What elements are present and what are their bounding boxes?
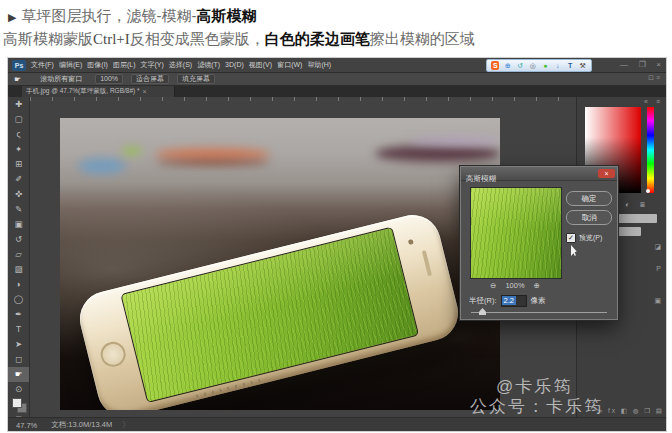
- status-zoom-level[interactable]: 47.7%: [16, 421, 37, 430]
- move-tool[interactable]: ✚: [8, 97, 29, 112]
- hand-tool[interactable]: ☛: [8, 367, 29, 382]
- tool-options-bar: ☛ 滚动所有窗口 100% 适合屏幕 填充屏幕 ⊡ ≡: [8, 73, 666, 86]
- radius-input[interactable]: 2.2: [501, 295, 527, 307]
- fill-screen-button[interactable]: 填充屏幕: [177, 74, 215, 84]
- menu-edit[interactable]: 编辑(E): [59, 58, 82, 72]
- foreground-color-swatch[interactable]: [12, 398, 22, 408]
- tutorial-line-2: 高斯模糊蒙版Ctrl+I反相变成黑色蒙版，白色的柔边画笔擦出模糊的区域: [3, 29, 475, 49]
- overlay-wechat-icon[interactable]: ●: [541, 61, 549, 70]
- photoshop-window: Ps 文件(F) 编辑(E) 图像(I) 图层(L) 文字(Y) 选择(S) 滤…: [8, 58, 666, 431]
- workspace-icons[interactable]: ⊡ ≡: [648, 74, 660, 82]
- menu-filter[interactable]: 滤镜(T): [197, 58, 220, 72]
- hue-slider[interactable]: [647, 107, 654, 193]
- menu-3d[interactable]: 3D(D): [225, 58, 244, 72]
- quick-select-tool[interactable]: ✦: [8, 142, 29, 157]
- preview-label: 预览(P): [579, 233, 602, 243]
- radius-value-selected: 2.2: [502, 296, 516, 305]
- status-bar: 47.7% 文档:13.0M/13.4M 〉: [8, 417, 666, 431]
- path-select-tool[interactable]: ➤: [8, 337, 29, 352]
- ruler: [30, 97, 576, 101]
- gaussian-blur-dialog[interactable]: 高斯模糊 × 确定 取消 ✓ 预览(P) ⊖ 100% ⊕ 半径(R): 2.2…: [460, 166, 618, 320]
- radius-slider-handle[interactable]: [479, 308, 486, 315]
- blur-tool[interactable]: ◗: [8, 277, 29, 292]
- zoom-100-button[interactable]: 100%: [95, 74, 123, 84]
- overlay-undo-icon[interactable]: ↺: [516, 61, 524, 70]
- zoom-in-icon[interactable]: ⊕: [534, 281, 540, 290]
- overlay-download-icon[interactable]: ↓: [554, 61, 562, 70]
- tools-panel: ✚ ▢ ς ✦ ⊞ ✐ ✜ ✎ ▣ ↺ ▱ ▨ ◗ ◯ ✒ T ➤ ◻ ☛ ⊙ …: [8, 97, 30, 417]
- tutorial-page: ▶草坪图层执行，滤镜-模糊-高斯模糊 高斯模糊蒙版Ctrl+I反相变成黑色蒙版，…: [0, 0, 672, 433]
- tutorial-line2-shortcut: Ctrl+I: [93, 31, 130, 47]
- bokeh-green: [122, 146, 142, 156]
- overlay-crosshair-icon[interactable]: ⊕: [504, 61, 512, 70]
- menu-view[interactable]: 视图(V): [249, 58, 272, 72]
- menu-help[interactable]: 帮助(H): [307, 58, 331, 72]
- panel-collapse-icons[interactable]: « ≡: [644, 98, 663, 105]
- zoom-out-icon[interactable]: ⊖: [490, 281, 496, 290]
- type-tool[interactable]: T: [8, 322, 29, 337]
- restore-button[interactable]: ❐: [639, 58, 646, 71]
- clone-stamp-tool[interactable]: ▣: [8, 217, 29, 232]
- marquee-tool[interactable]: ▢: [8, 112, 29, 127]
- properties-icon[interactable]: P: [656, 265, 661, 272]
- preview-zoom-controls: ⊖ 100% ⊕: [470, 281, 560, 290]
- dialog-close-button[interactable]: ×: [598, 169, 615, 178]
- blur-preview-image[interactable]: [470, 187, 562, 279]
- radius-unit: 像素: [531, 296, 546, 306]
- eyedropper-tool[interactable]: ✐: [8, 172, 29, 187]
- brush-tool[interactable]: ✎: [8, 202, 29, 217]
- radius-row: 半径(R): 2.2 像素: [469, 295, 546, 307]
- overlay-record-icon[interactable]: ◎: [529, 61, 537, 70]
- radius-slider[interactable]: [471, 312, 607, 313]
- bokeh-maroon: [375, 145, 500, 162]
- menu-select[interactable]: 选择(S): [169, 58, 192, 72]
- overlay-s-logo-icon[interactable]: S: [491, 61, 499, 70]
- ok-button[interactable]: 确定: [566, 191, 612, 206]
- close-button[interactable]: ×: [656, 58, 661, 71]
- dodge-tool[interactable]: ◯: [8, 292, 29, 307]
- gradient-tool[interactable]: ▨: [8, 262, 29, 277]
- minimize-button[interactable]: —: [620, 58, 628, 71]
- capture-tool-overlay: S ⊕ ↺ ◎ ● ↓ T ⚒: [486, 59, 592, 72]
- menu-file[interactable]: 文件(F): [31, 58, 54, 72]
- menu-window[interactable]: 窗口(W): [277, 58, 302, 72]
- adjustment-icon[interactable]: ◪: [654, 243, 661, 251]
- document-tab-title: 手机.jpg @ 47.7%(草坪蒙版, RGB/8#) *: [26, 87, 140, 96]
- tutorial-line1-text: 草坪图层执行，滤镜-模糊-: [21, 7, 196, 24]
- phone-mockup: [74, 209, 464, 410]
- menu-type[interactable]: 文字(Y): [140, 58, 163, 72]
- history-brush-tool[interactable]: ↺: [8, 232, 29, 247]
- dialog-title-bar[interactable]: 高斯模糊 ×: [461, 167, 617, 181]
- crop-tool[interactable]: ⊞: [8, 157, 29, 172]
- eraser-tool[interactable]: ▱: [8, 247, 29, 262]
- preview-checkbox-row[interactable]: ✓ 预览(P): [566, 233, 602, 243]
- preview-checkbox[interactable]: ✓: [566, 233, 576, 243]
- mouse-cursor-icon: [571, 245, 579, 256]
- fit-screen-button[interactable]: 适合屏幕: [131, 74, 169, 84]
- tutorial-line2-post: 擦出模糊的区域: [370, 30, 475, 47]
- cancel-button[interactable]: 取消: [566, 210, 612, 225]
- phone-screen-grass: [120, 227, 419, 403]
- overlay-text-icon[interactable]: T: [566, 61, 574, 70]
- pen-tool[interactable]: ✒: [8, 307, 29, 322]
- status-document-size: 文档:13.0M/13.4M: [51, 420, 112, 430]
- status-arrow-icon[interactable]: 〉: [122, 420, 130, 430]
- tab-close-icon[interactable]: ×: [143, 88, 147, 95]
- layers-icon[interactable]: ▣: [654, 297, 661, 305]
- layers-footer-icons[interactable]: ∞ fx ◧ ◍ ❐ ▤: [597, 407, 664, 415]
- bullet-arrow-icon: ▶: [8, 11, 16, 23]
- hue-slider-handle[interactable]: [646, 189, 650, 193]
- healing-brush-tool[interactable]: ✜: [8, 187, 29, 202]
- menu-image[interactable]: 图像(I): [87, 58, 108, 72]
- zoom-tool[interactable]: ⊙: [8, 382, 29, 397]
- menu-bar: Ps 文件(F) 编辑(E) 图像(I) 图层(L) 文字(Y) 选择(S) 滤…: [8, 58, 666, 73]
- scroll-all-windows-checkbox[interactable]: 滚动所有窗口: [35, 74, 87, 84]
- lasso-tool[interactable]: ς: [8, 127, 29, 142]
- document-tab-bar: 手机.jpg @ 47.7%(草坪蒙版, RGB/8#) * ×: [8, 86, 666, 97]
- overlay-tools-icon[interactable]: ⚒: [579, 61, 587, 70]
- hand-tool-icon: ☛: [14, 75, 21, 84]
- menu-layer[interactable]: 图层(L): [113, 58, 136, 72]
- photoshop-logo-icon: Ps: [12, 60, 26, 71]
- shape-tool[interactable]: ◻: [8, 352, 29, 367]
- document-tab[interactable]: 手机.jpg @ 47.7%(草坪蒙版, RGB/8#) * ×: [22, 86, 175, 97]
